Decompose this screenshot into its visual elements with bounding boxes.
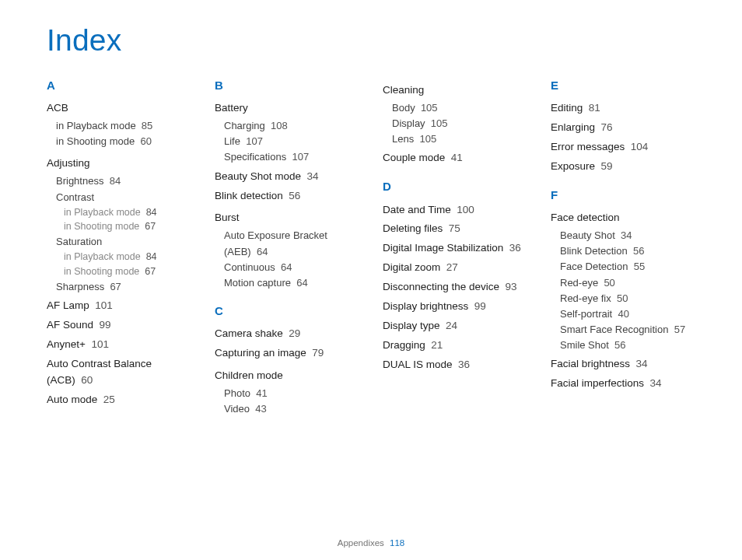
index-entry: Anynet+ 101 [47, 337, 194, 353]
index-entry: Digital zoom 27 [383, 260, 530, 276]
index-letter: A [47, 76, 194, 94]
index-subentry: Display 105 [383, 116, 530, 131]
index-subentry: Face Detection 55 [551, 259, 698, 275]
index-entry: Facial brightness 34 [551, 356, 698, 373]
index-subentry: Saturation [47, 234, 194, 250]
index-entry: Couple mode 41 [383, 150, 530, 166]
index-column: AACBin Playback mode 85in Shooting mode … [47, 76, 194, 417]
index-entry: Camera shake 29 [215, 326, 362, 342]
index-sub2entry: in Shooting mode 67 [47, 219, 194, 234]
index-entry-head: Battery [215, 100, 362, 117]
index-entry: Beauty Shot mode 34 [215, 169, 362, 185]
index-subentry: Motion capture 64 [215, 275, 362, 291]
index-column: BBatteryCharging 108Life 107Specificatio… [215, 76, 362, 417]
index-column: CleaningBody 105Display 105Lens 105Coupl… [383, 76, 530, 417]
index-entry: Exposure 59 [551, 159, 698, 175]
page: { "title": "Index", "footer": { "section… [0, 0, 742, 560]
index-entry: DUAL IS mode 36 [383, 357, 530, 373]
index-subentry: Smart Face Recognition 57 [551, 322, 698, 338]
index-entry: Disconnecting the device 93 [383, 279, 530, 296]
index-entry: Dragging 21 [383, 338, 530, 354]
index-subentry: Lens 105 [383, 131, 530, 147]
index-letter: E [551, 76, 698, 94]
index-entry: Display type 24 [383, 318, 530, 334]
index-subentry: Beauty Shot 34 [551, 228, 698, 243]
index-subentry: Continuous 64 [215, 260, 362, 275]
index-entry: Date and Time 100 [383, 202, 530, 219]
index-entry-head: Cleaning [383, 82, 530, 99]
index-entry: Auto mode 25 [47, 392, 194, 408]
index-entry-head: ACB [47, 100, 194, 117]
index-entry: Enlarging 76 [551, 120, 698, 136]
index-sub2entry: in Playback mode 84 [47, 205, 194, 220]
index-subentry: in Shooting mode 60 [47, 134, 194, 149]
index-subentry: Smile Shot 56 [551, 338, 698, 353]
index-entry: Deleting files 75 [383, 221, 530, 237]
footer: Appendixes 118 [0, 538, 742, 548]
index-entry: AF Lamp 101 [47, 298, 194, 314]
index-subentry: Contrast [47, 190, 194, 205]
footer-page-number: 118 [390, 538, 404, 548]
index-subentry: Body 105 [383, 100, 530, 116]
index-entry-head: Adjusting [47, 156, 194, 172]
index-subentry: Red-eye 50 [551, 275, 698, 291]
index-subentry: Sharpness 67 [47, 279, 194, 295]
index-sub2entry: in Playback mode 84 [47, 250, 194, 264]
index-letter: F [551, 186, 698, 204]
index-entry: Blink detection 56 [215, 188, 362, 205]
index-entry: AF Sound 99 [47, 317, 194, 334]
index-columns: AACBin Playback mode 85in Shooting mode … [47, 76, 698, 417]
page-title: Index [47, 23, 698, 58]
index-entry: Digital Image Stabilization 36 [383, 240, 530, 257]
index-entry: Auto Contrast Balance (ACB) 60 [47, 356, 194, 389]
index-entry: Display brightness 99 [383, 299, 530, 315]
index-subentry: Self-portrait 40 [551, 306, 698, 322]
index-subentry: Life 107 [215, 134, 362, 149]
index-subentry: Red-eye fix 50 [551, 291, 698, 306]
index-entry: Capturing an image 79 [215, 345, 362, 362]
index-entry-head: Children mode [215, 368, 362, 384]
index-subentry: Photo 41 [215, 386, 362, 401]
index-entry: Editing 81 [551, 100, 698, 117]
index-entry: Facial imperfections 34 [551, 376, 698, 392]
index-subentry: Brightness 84 [47, 173, 194, 189]
index-subentry: Video 43 [215, 401, 362, 417]
index-subentry: Specifications 107 [215, 149, 362, 165]
index-subentry: Charging 108 [215, 118, 362, 134]
index-subentry: in Playback mode 85 [47, 118, 194, 134]
index-letter: B [215, 76, 362, 94]
index-subentry: Auto Exposure Bracket (AEB) 64 [215, 228, 362, 259]
index-sub2entry: in Shooting mode 67 [47, 264, 194, 279]
footer-section: Appendixes [338, 538, 384, 548]
index-column: EEditing 81Enlarging 76Error messages 10… [551, 76, 698, 417]
index-subentry: Blink Detection 56 [551, 243, 698, 259]
index-letter: D [383, 177, 530, 195]
index-entry-head: Burst [215, 210, 362, 226]
index-entry-head: Face detection [551, 210, 698, 226]
index-entry: Error messages 104 [551, 139, 698, 156]
index-letter: C [215, 302, 362, 320]
